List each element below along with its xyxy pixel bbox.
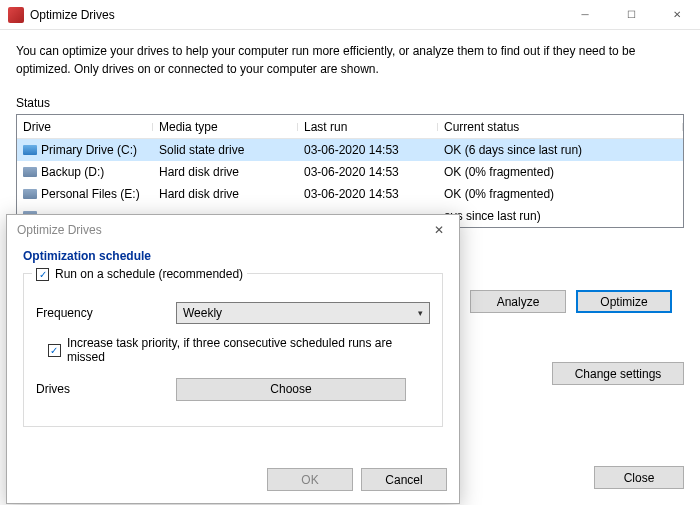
- run-schedule-label: Run on a schedule (recommended): [55, 267, 243, 281]
- intro-text: You can optimize your drives to help you…: [16, 42, 684, 78]
- table-header: Drive Media type Last run Current status: [17, 115, 683, 139]
- status-label: Status: [16, 96, 684, 110]
- status-cell: OK (0% fragmented): [438, 165, 683, 179]
- drives-table: Drive Media type Last run Current status…: [16, 114, 684, 228]
- increase-priority-checkbox[interactable]: ✓ Increase task priority, if three conse…: [48, 336, 430, 364]
- drive-icon: [23, 189, 37, 199]
- frequency-dropdown[interactable]: Weekly ▾: [176, 302, 430, 324]
- chevron-down-icon: ▾: [418, 308, 423, 318]
- last-cell: 03-06-2020 14:53: [298, 187, 438, 201]
- col-drive[interactable]: Drive: [17, 120, 153, 134]
- maximize-button[interactable]: ☐: [608, 0, 654, 30]
- checkbox-icon: ✓: [48, 344, 61, 357]
- frequency-label: Frequency: [36, 306, 156, 320]
- minimize-button[interactable]: ─: [562, 0, 608, 30]
- change-settings-button[interactable]: Change settings: [552, 362, 684, 385]
- run-schedule-checkbox[interactable]: ✓ Run on a schedule (recommended): [32, 264, 247, 284]
- drive-name: Primary Drive (C:): [41, 143, 137, 157]
- app-icon: [8, 7, 24, 23]
- last-cell: 03-06-2020 14:53: [298, 165, 438, 179]
- table-row[interactable]: Primary Drive (C:) Solid state drive 03-…: [17, 139, 683, 161]
- table-row[interactable]: Backup (D:) Hard disk drive 03-06-2020 1…: [17, 161, 683, 183]
- col-last[interactable]: Last run: [298, 120, 438, 134]
- close-window-button[interactable]: ✕: [654, 0, 700, 30]
- frequency-value: Weekly: [183, 306, 222, 320]
- schedule-dialog: Optimize Drives ✕ Optimization schedule …: [6, 214, 460, 504]
- drive-icon: [23, 167, 37, 177]
- table-row[interactable]: Personal Files (E:) Hard disk drive 03-0…: [17, 183, 683, 205]
- action-buttons: Analyze Optimize: [470, 290, 672, 313]
- analyze-button[interactable]: Analyze: [470, 290, 566, 313]
- window-title: Optimize Drives: [30, 8, 115, 22]
- close-button[interactable]: Close: [594, 466, 684, 489]
- media-cell: Hard disk drive: [153, 165, 298, 179]
- last-cell: 03-06-2020 14:53: [298, 143, 438, 157]
- dialog-titlebar: Optimize Drives ✕: [7, 215, 459, 245]
- group-label: Optimization schedule: [23, 249, 443, 263]
- status-cell: OK (0% fragmented): [438, 187, 683, 201]
- media-cell: Hard disk drive: [153, 187, 298, 201]
- col-status[interactable]: Current status: [438, 120, 683, 134]
- main-content: You can optimize your drives to help you…: [0, 30, 700, 244]
- drive-icon: [23, 145, 37, 155]
- checkbox-icon: ✓: [36, 268, 49, 281]
- drive-name: Backup (D:): [41, 165, 104, 179]
- dialog-title: Optimize Drives: [17, 223, 102, 237]
- increase-priority-label: Increase task priority, if three consecu…: [67, 336, 430, 364]
- schedule-groupbox: ✓ Run on a schedule (recommended) Freque…: [23, 273, 443, 427]
- choose-button[interactable]: Choose: [176, 378, 406, 401]
- titlebar: Optimize Drives ─ ☐ ✕: [0, 0, 700, 30]
- status-cell: OK (6 days since last run): [438, 143, 683, 157]
- ok-button[interactable]: OK: [267, 468, 353, 491]
- optimize-button[interactable]: Optimize: [576, 290, 672, 313]
- window-controls: ─ ☐ ✕: [562, 0, 700, 30]
- drives-label: Drives: [36, 382, 156, 396]
- media-cell: Solid state drive: [153, 143, 298, 157]
- drive-name: Personal Files (E:): [41, 187, 140, 201]
- cancel-button[interactable]: Cancel: [361, 468, 447, 491]
- status-cell: ays since last run): [438, 209, 683, 223]
- dialog-close-button[interactable]: ✕: [419, 215, 459, 245]
- col-media[interactable]: Media type: [153, 120, 298, 134]
